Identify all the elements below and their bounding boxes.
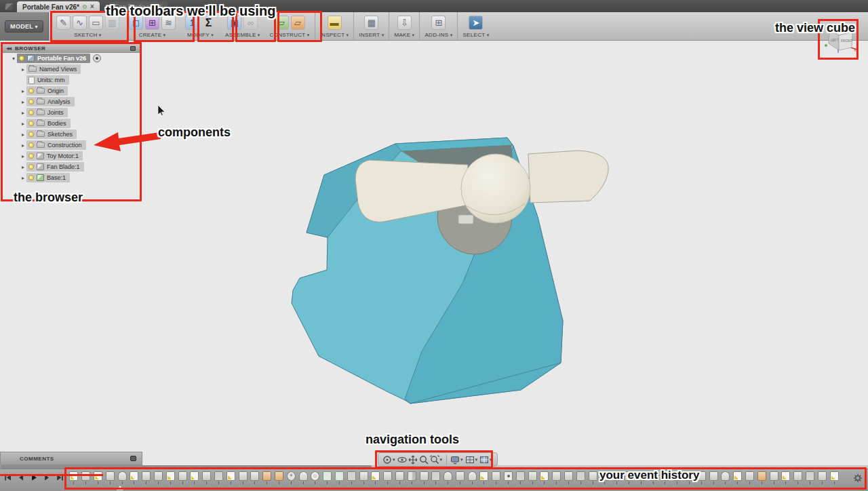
fusion-logo-icon — [5, 3, 13, 10]
ribbon-group-insert: ▦INSERT — [353, 12, 389, 41]
mouse-cursor-icon — [158, 105, 165, 116]
ribbon-group-make: ⇩MAKE — [389, 12, 419, 41]
annotation-browser-label: the browser — [14, 191, 83, 205]
ribbon-group-select: ➤SELECT — [457, 12, 494, 41]
annotation-box-browser — [1, 42, 142, 201]
ribbon-group-label[interactable]: INSERT — [359, 32, 384, 39]
fan-base-body — [292, 138, 563, 404]
ribbon-group-label[interactable]: MAKE — [394, 32, 414, 39]
annotation-components-label: components — [158, 125, 231, 140]
print-3d-icon[interactable]: ⇩ — [397, 16, 412, 30]
fan-blade-right — [528, 151, 608, 203]
fan-base-top-face — [395, 138, 513, 151]
ribbon-group-label[interactable]: SELECT — [462, 32, 489, 39]
annotation-toolbars-label: the toolbars we'll be using — [106, 3, 275, 19]
insert-image-icon[interactable]: ▦ — [364, 16, 378, 30]
comments-panel[interactable]: COMMENTS — [0, 452, 142, 465]
fan-motor — [437, 180, 512, 254]
ribbon-group-label[interactable]: INSPECT — [320, 32, 349, 39]
tab-label: Portable Fan v26* — [22, 3, 79, 11]
fan-blade-left — [355, 160, 468, 222]
tab-status-icon — [83, 5, 87, 9]
annotation-box-navigation — [375, 450, 493, 469]
scripts-addins-icon[interactable]: ⊞ — [431, 16, 446, 30]
select-icon[interactable]: ➤ — [469, 16, 483, 30]
comments-title: COMMENTS — [20, 456, 54, 462]
workspace-selector[interactable]: MODEL — [5, 20, 43, 33]
annotation-history-label: your event history — [599, 469, 699, 482]
annotation-navigation-label: navigation tools — [366, 433, 459, 447]
motor-recess — [401, 145, 513, 176]
fan-base-left-face — [307, 144, 401, 237]
fusion360-window: Portable Fan v26* × Fan Blade v9 × MODEL… — [0, 0, 868, 491]
annotation-box-construct — [277, 11, 322, 42]
comment-bubble-icon[interactable] — [130, 456, 136, 461]
fan-base-right-face — [405, 146, 563, 404]
measure-icon[interactable]: ▬ — [328, 16, 342, 30]
fan-hub — [461, 154, 530, 223]
annotation-viewcube-label: the view cube — [775, 21, 855, 35]
annotation-box-history — [64, 467, 867, 490]
annotation-line — [0, 474, 103, 476]
workspace-block: MODEL — [0, 12, 49, 41]
ribbon-group-add-ins: ⊞ADD-INS — [419, 12, 457, 41]
tab-close-icon[interactable]: × — [90, 3, 94, 10]
ribbon-group-label[interactable]: ADD-INS — [425, 32, 452, 39]
